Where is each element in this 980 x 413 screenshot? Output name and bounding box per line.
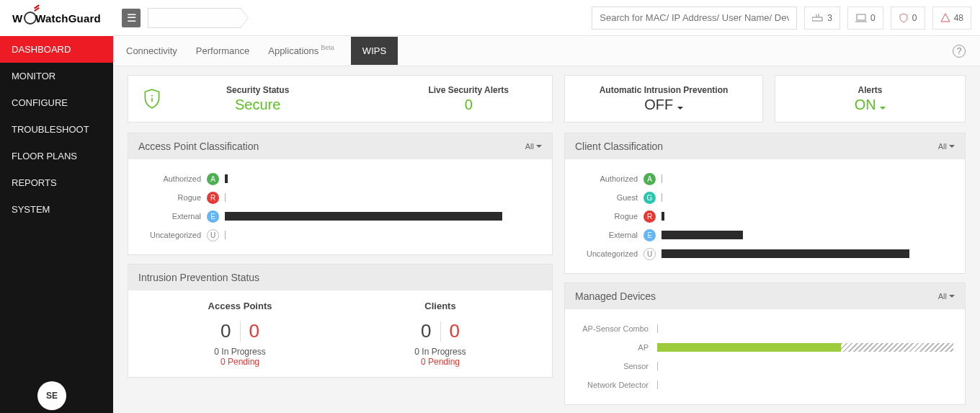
class-row-rogue[interactable]: RogueR <box>140 188 540 207</box>
ips-title: Intrusion Prevention Status <box>138 272 259 283</box>
class-label: Authorized <box>140 174 201 183</box>
aip-label: Automatic Intrusion Prevention <box>600 85 729 95</box>
ips-count-primary: 0 <box>220 320 231 342</box>
aip-card[interactable]: Automatic Intrusion Prevention OFF <box>564 75 763 123</box>
tab-applications[interactable]: ApplicationsBeta <box>268 37 332 65</box>
laptop-icon <box>855 14 867 22</box>
tab-wips[interactable]: WIPS <box>351 37 398 65</box>
class-bar-track <box>662 231 953 239</box>
stat-clients[interactable]: 0 <box>847 6 883 30</box>
nav-item-monitor[interactable]: MONITOR <box>0 63 113 89</box>
managed-bar-track <box>657 343 953 352</box>
security-status-card: Security Status Secure Live Security Ale… <box>128 75 553 123</box>
class-badge-icon: E <box>207 210 219 223</box>
class-row-uncategorized[interactable]: UncategorizedU <box>140 226 540 244</box>
class-badge-icon: R <box>207 192 219 204</box>
security-status-value: Secure <box>235 97 280 113</box>
tab-connectivity[interactable]: Connectivity <box>126 37 177 65</box>
stat-alerts[interactable]: 48 <box>932 6 971 30</box>
summary-row: Security Status Secure Live Security Ale… <box>128 75 966 123</box>
managed-label: AP-Sensor Combo <box>576 324 649 333</box>
security-status-label: Security Status <box>226 85 289 95</box>
svg-point-5 <box>151 95 153 97</box>
nav-item-configure[interactable]: CONFIGURE <box>0 89 113 116</box>
class-label: Authorized <box>576 174 638 183</box>
class-badge-icon: U <box>207 229 219 241</box>
ips-in-progress: 0 In Progress <box>140 347 340 357</box>
client-class-filter[interactable]: All <box>938 142 955 151</box>
class-row-guest[interactable]: GuestG <box>576 188 953 207</box>
class-row-external[interactable]: ExternalE <box>576 226 953 244</box>
ips-col-clients: Clients000 In Progress0 Pending <box>340 301 540 367</box>
svg-rect-0 <box>812 17 822 21</box>
brand-text: WWatchGuard <box>12 12 101 25</box>
class-row-rogue[interactable]: RogueR <box>576 207 953 226</box>
class-badge-icon: R <box>643 210 656 223</box>
managed-row-network-detector[interactable]: Network Detector <box>576 376 953 394</box>
topbar: ☰ 3 0 0 48 <box>113 0 980 36</box>
managed-row-ap[interactable]: AP <box>576 338 953 357</box>
brand-logo: WWatchGuard <box>0 0 113 36</box>
nav-item-floor-plans[interactable]: FLOOR PLANS <box>0 143 113 169</box>
class-bar-track <box>225 193 540 202</box>
class-bar-track <box>662 193 953 202</box>
nav-item-troubleshoot[interactable]: TROUBLESHOOT <box>0 116 113 143</box>
class-label: Uncategorized <box>576 249 638 258</box>
ips-card: Intrusion Prevention Status Access Point… <box>128 264 553 378</box>
svg-rect-3 <box>857 14 865 20</box>
live-alerts-value: 0 <box>465 97 473 113</box>
class-bar-track <box>225 212 540 221</box>
alert-triangle-icon <box>940 13 950 22</box>
nav-item-dashboard[interactable]: DASHBOARD <box>0 36 113 63</box>
ips-col-title: Clients <box>340 301 540 311</box>
user-badge[interactable]: SE <box>37 381 66 410</box>
class-label: Rogue <box>140 193 201 202</box>
managed-filter[interactable]: All <box>938 292 955 301</box>
stat-shield[interactable]: 0 <box>891 6 925 30</box>
shield-small-icon <box>899 13 909 23</box>
ips-col-title: Access Points <box>140 301 340 311</box>
help-icon[interactable]: ? <box>953 45 966 58</box>
class-badge-icon: G <box>643 192 656 204</box>
class-bar-track <box>225 174 540 183</box>
class-bar-track <box>662 212 953 221</box>
managed-title: Managed Devices <box>575 290 656 302</box>
menu-button[interactable]: ☰ <box>122 9 141 27</box>
class-badge-icon: A <box>207 173 219 185</box>
client-classification-card: Client Classification All AuthorizedAGue… <box>564 133 966 274</box>
stat-clients-value: 0 <box>870 13 876 23</box>
nav-item-reports[interactable]: REPORTS <box>0 169 113 196</box>
search-input[interactable] <box>592 6 797 30</box>
managed-row-sensor[interactable]: Sensor <box>576 357 953 376</box>
shield-icon <box>143 88 161 110</box>
breadcrumb[interactable] <box>148 8 241 28</box>
managed-row-ap-sensor-combo[interactable]: AP-Sensor Combo <box>576 319 953 338</box>
aip-value: OFF <box>600 97 729 113</box>
class-row-authorized[interactable]: AuthorizedA <box>140 169 540 188</box>
content: Security Status Secure Live Security Ale… <box>113 66 980 413</box>
ap-icon <box>812 14 824 22</box>
class-label: Rogue <box>576 212 638 221</box>
ips-pending: 0 Pending <box>340 357 540 367</box>
stat-aps[interactable]: 3 <box>804 6 840 30</box>
managed-bar-track <box>657 362 953 370</box>
class-row-external[interactable]: ExternalE <box>140 207 540 226</box>
alerts-card[interactable]: Alerts ON <box>775 75 966 123</box>
class-row-uncategorized[interactable]: UncategorizedU <box>576 244 953 263</box>
ips-count-secondary: 0 <box>450 320 460 342</box>
ap-class-filter[interactable]: All <box>525 142 542 151</box>
tab-performance[interactable]: Performance <box>196 37 249 65</box>
class-bar-track <box>225 231 540 239</box>
stat-shield-value: 0 <box>912 13 917 23</box>
managed-label: Sensor <box>576 362 649 370</box>
class-bar-track <box>662 174 953 183</box>
class-badge-icon: U <box>643 248 656 260</box>
ips-col-access-points: Access Points000 In Progress0 Pending <box>140 301 340 367</box>
live-alerts-label: Live Security Alerts <box>428 85 509 95</box>
nav-item-system[interactable]: SYSTEM <box>0 196 113 223</box>
class-row-authorized[interactable]: AuthorizedA <box>576 169 953 188</box>
ap-classification-card: Access Point Classification All Authoriz… <box>128 133 553 255</box>
ips-count-primary: 0 <box>421 320 431 342</box>
managed-bar-track <box>657 324 953 333</box>
class-label: Guest <box>576 193 638 202</box>
